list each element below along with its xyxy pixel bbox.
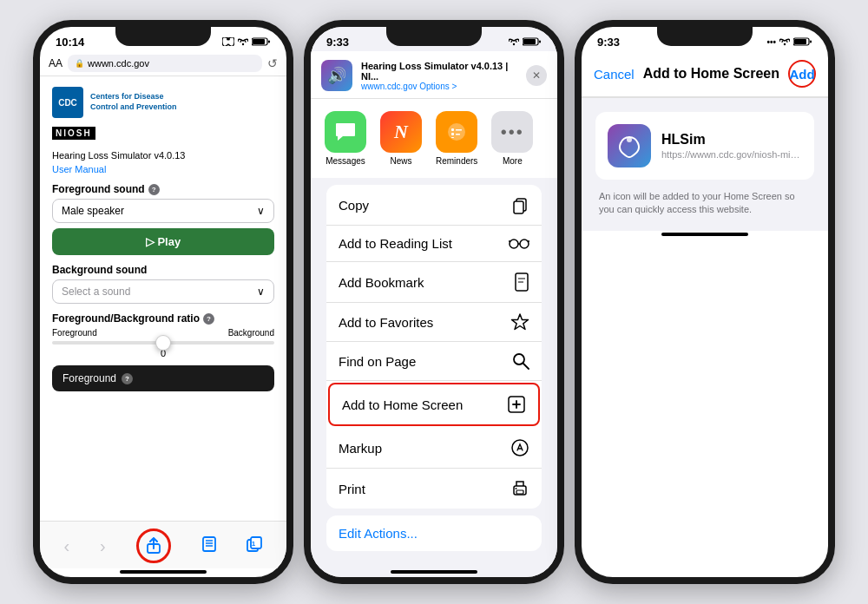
find-on-page-label: Find on Page	[339, 354, 512, 369]
action-reading-list[interactable]: Add to Reading List	[326, 226, 542, 262]
action-favorites[interactable]: Add to Favorites	[326, 303, 542, 342]
app-url: https://wwwn.cdc.gov/niosh-minin...	[661, 149, 802, 160]
share-url-text[interactable]: wwwn.cdc.gov Options >	[361, 82, 517, 91]
svg-point-22	[510, 240, 518, 248]
share-app-news[interactable]: N News	[380, 111, 422, 166]
select-sound-placeholder: Select a sound	[62, 286, 130, 298]
signal-dots: •••	[766, 37, 776, 47]
action-bookmark[interactable]: Add Bookmark	[326, 262, 542, 303]
web-content: CDC Centers for Disease Control and Prev…	[40, 76, 286, 521]
chevron-down-icon-2: ∨	[257, 286, 265, 298]
back-button[interactable]: ‹	[63, 536, 69, 556]
tabs-button[interactable]: 1	[247, 536, 262, 556]
phone-2: 9:33 🔊 Hearing Loss Simulator v4.0.13 | …	[304, 20, 564, 584]
more-icon: •••	[491, 111, 533, 153]
news-label: News	[390, 156, 411, 166]
status-time-3: 9:33	[597, 36, 620, 49]
svg-rect-29	[516, 490, 523, 494]
svg-rect-17	[451, 137, 454, 138]
cdc-text-line1: Centers for Disease	[90, 92, 177, 102]
cdc-text-block: Centers for Disease Control and Preventi…	[90, 92, 177, 112]
action-add-to-home-screen[interactable]: Add to Home Screen	[328, 383, 540, 426]
share-actions-list: Copy Add to Reading List Add Bookmark Ad…	[326, 185, 542, 509]
browser-aa[interactable]: AA	[49, 57, 62, 69]
app-preview-card: HLSim https://wwwn.cdc.gov/niosh-minin..…	[595, 112, 814, 180]
add-label: Add	[789, 67, 814, 82]
svg-rect-4	[268, 41, 270, 43]
bottom-toolbar: ‹ › 1	[40, 521, 286, 568]
foreground-dropdown[interactable]: Male speaker ∨	[52, 199, 274, 223]
background-dropdown[interactable]: Select a sound ∨	[52, 279, 274, 304]
share-header: 🔊 Hearing Loss Simulator v4.0.13 | NI...…	[311, 51, 557, 99]
cancel-button[interactable]: Cancel	[594, 67, 635, 82]
cdc-header: CDC Centers for Disease Control and Prev…	[52, 87, 274, 118]
url-bar[interactable]: 🔒 wwwn.cdc.gov	[68, 55, 262, 72]
cdc-text-line2: Control and Prevention	[90, 102, 177, 113]
share-apps-row: Messages N News Reminders ••• More	[311, 99, 557, 178]
share-title-block: Hearing Loss Simulator v4.0.13 | NI... w…	[361, 61, 517, 91]
phone-3: 9:33 ••• Cancel Add to Home Screen Add	[575, 20, 835, 584]
slider-thumb[interactable]	[155, 335, 171, 351]
app-name: HLSim	[661, 132, 802, 148]
foreground-sound-section: Foreground sound ? Male speaker ∨ ▷ Play	[52, 183, 274, 255]
home-indicator-3	[661, 233, 748, 236]
notch-2	[386, 27, 482, 46]
reading-list-label: Add to Reading List	[339, 236, 509, 251]
print-label: Print	[339, 482, 510, 496]
forward-button[interactable]: ›	[100, 536, 106, 556]
svg-rect-12	[523, 39, 536, 44]
status-time-2: 9:33	[326, 36, 349, 49]
share-app-messages[interactable]: Messages	[325, 111, 366, 166]
foreground-help-icon[interactable]: ?	[148, 184, 160, 195]
foreground-bar-help[interactable]: ?	[122, 373, 133, 384]
ratio-section: Foreground/Background ratio ? Foreground…	[52, 312, 274, 358]
star-icon	[510, 313, 529, 331]
app-title: Hearing Loss Simulator v4.0.13	[52, 147, 274, 162]
svg-rect-16	[451, 133, 454, 135]
share-button[interactable]	[136, 528, 171, 563]
status-icons-2	[509, 37, 542, 46]
ratio-slider[interactable]	[52, 341, 274, 345]
share-close-button[interactable]: ✕	[526, 65, 547, 86]
play-button[interactable]: ▷ Play	[52, 228, 274, 255]
action-markup[interactable]: Markup	[326, 428, 542, 469]
bookmarks-button[interactable]	[201, 536, 217, 556]
share-app-more[interactable]: ••• More	[491, 111, 533, 166]
action-find-on-page[interactable]: Find on Page	[326, 342, 542, 381]
url-text: wwwn.cdc.gov	[88, 58, 149, 69]
copy-label: Copy	[339, 198, 510, 213]
markup-label: Markup	[339, 441, 510, 456]
glasses-icon	[509, 238, 529, 250]
action-copy[interactable]: Copy	[326, 185, 542, 226]
status-time-1: 10:14	[56, 36, 84, 49]
svg-point-0	[227, 38, 230, 41]
more-label: More	[503, 156, 523, 166]
share-app-reminders[interactable]: Reminders	[436, 111, 477, 166]
book-icon	[514, 272, 529, 292]
niosh-logo: NIOSH	[52, 127, 95, 140]
action-print[interactable]: Print	[326, 469, 542, 509]
svg-point-25	[514, 354, 524, 364]
add-to-home-label: Add to Home Screen	[342, 397, 507, 412]
svg-rect-15	[451, 128, 454, 131]
add-home-screen-title: Add to Home Screen	[635, 66, 788, 82]
add-home-body: HLSim https://wwwn.cdc.gov/niosh-minin..…	[582, 98, 828, 231]
ratio-help-icon[interactable]: ?	[203, 313, 214, 325]
reload-button[interactable]: ↺	[267, 56, 278, 70]
edit-actions-button[interactable]: Edit Actions...	[326, 515, 542, 551]
svg-point-35	[627, 137, 632, 142]
svg-point-27	[512, 440, 528, 456]
add-description: An icon will be added to your Home Scree…	[595, 190, 814, 217]
svg-point-23	[520, 240, 529, 248]
svg-rect-34	[810, 41, 812, 43]
bookmark-label: Add Bookmark	[339, 275, 514, 290]
notch-3	[657, 27, 753, 46]
status-icons-1	[222, 37, 271, 46]
add-button[interactable]: Add	[788, 60, 816, 88]
phone-1: 10:14 AA 🔒 wwwn.cdc.gov ↺ CDC Centers fo	[33, 20, 293, 584]
app-preview-icon	[608, 124, 651, 167]
svg-text:1: 1	[252, 540, 256, 548]
svg-rect-21	[514, 201, 523, 213]
user-manual-link[interactable]: User Manual	[52, 164, 274, 174]
news-icon: N	[380, 111, 422, 153]
